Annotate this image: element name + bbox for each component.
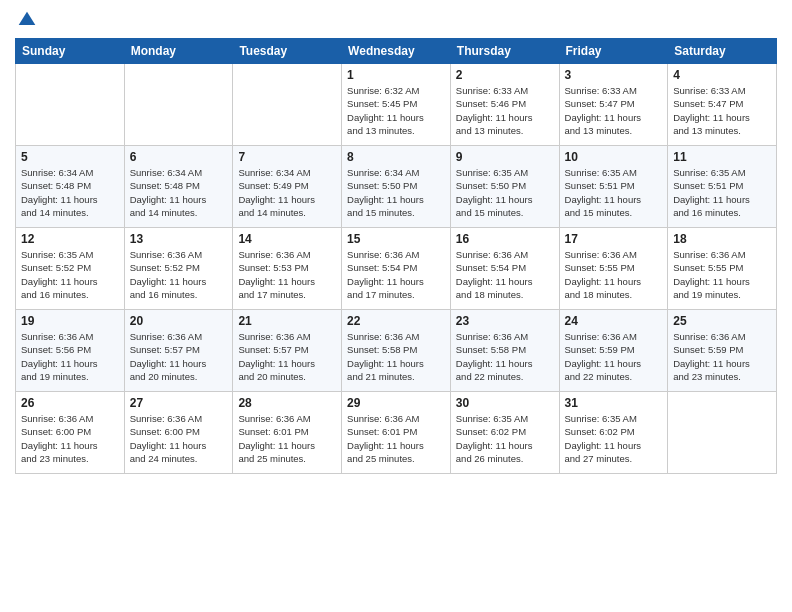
day-info: Sunrise: 6:36 AM Sunset: 5:59 PM Dayligh… [565,330,663,383]
calendar-cell: 21Sunrise: 6:36 AM Sunset: 5:57 PM Dayli… [233,310,342,392]
day-number: 11 [673,150,771,164]
day-number: 12 [21,232,119,246]
day-info: Sunrise: 6:33 AM Sunset: 5:47 PM Dayligh… [565,84,663,137]
day-number: 27 [130,396,228,410]
day-number: 9 [456,150,554,164]
calendar-cell: 1Sunrise: 6:32 AM Sunset: 5:45 PM Daylig… [342,64,451,146]
calendar-cell [124,64,233,146]
calendar-cell [668,392,777,474]
logo [15,10,37,30]
day-number: 16 [456,232,554,246]
calendar-cell: 19Sunrise: 6:36 AM Sunset: 5:56 PM Dayli… [16,310,125,392]
day-number: 7 [238,150,336,164]
weekday-header: Tuesday [233,39,342,64]
header [15,10,777,30]
day-number: 23 [456,314,554,328]
day-number: 28 [238,396,336,410]
day-info: Sunrise: 6:35 AM Sunset: 5:51 PM Dayligh… [673,166,771,219]
calendar-cell: 28Sunrise: 6:36 AM Sunset: 6:01 PM Dayli… [233,392,342,474]
day-info: Sunrise: 6:36 AM Sunset: 6:00 PM Dayligh… [130,412,228,465]
day-info: Sunrise: 6:34 AM Sunset: 5:50 PM Dayligh… [347,166,445,219]
calendar-cell: 9Sunrise: 6:35 AM Sunset: 5:50 PM Daylig… [450,146,559,228]
calendar-week-row: 1Sunrise: 6:32 AM Sunset: 5:45 PM Daylig… [16,64,777,146]
calendar-cell: 26Sunrise: 6:36 AM Sunset: 6:00 PM Dayli… [16,392,125,474]
weekday-header: Saturday [668,39,777,64]
day-info: Sunrise: 6:36 AM Sunset: 5:55 PM Dayligh… [565,248,663,301]
calendar-cell: 13Sunrise: 6:36 AM Sunset: 5:52 PM Dayli… [124,228,233,310]
calendar-cell: 6Sunrise: 6:34 AM Sunset: 5:48 PM Daylig… [124,146,233,228]
day-info: Sunrise: 6:36 AM Sunset: 6:01 PM Dayligh… [347,412,445,465]
day-number: 25 [673,314,771,328]
weekday-header: Wednesday [342,39,451,64]
calendar-cell: 15Sunrise: 6:36 AM Sunset: 5:54 PM Dayli… [342,228,451,310]
day-number: 3 [565,68,663,82]
day-number: 20 [130,314,228,328]
calendar-week-row: 19Sunrise: 6:36 AM Sunset: 5:56 PM Dayli… [16,310,777,392]
day-number: 29 [347,396,445,410]
day-number: 15 [347,232,445,246]
day-number: 14 [238,232,336,246]
day-info: Sunrise: 6:36 AM Sunset: 5:58 PM Dayligh… [347,330,445,383]
logo-icon [17,10,37,30]
day-info: Sunrise: 6:36 AM Sunset: 5:55 PM Dayligh… [673,248,771,301]
calendar-cell: 22Sunrise: 6:36 AM Sunset: 5:58 PM Dayli… [342,310,451,392]
day-number: 31 [565,396,663,410]
day-number: 6 [130,150,228,164]
day-number: 10 [565,150,663,164]
day-info: Sunrise: 6:36 AM Sunset: 5:53 PM Dayligh… [238,248,336,301]
day-number: 13 [130,232,228,246]
calendar-cell: 5Sunrise: 6:34 AM Sunset: 5:48 PM Daylig… [16,146,125,228]
day-number: 2 [456,68,554,82]
calendar-cell: 3Sunrise: 6:33 AM Sunset: 5:47 PM Daylig… [559,64,668,146]
day-info: Sunrise: 6:35 AM Sunset: 5:50 PM Dayligh… [456,166,554,219]
calendar-cell [16,64,125,146]
calendar-cell: 25Sunrise: 6:36 AM Sunset: 5:59 PM Dayli… [668,310,777,392]
logo-text [15,10,37,30]
day-info: Sunrise: 6:36 AM Sunset: 6:01 PM Dayligh… [238,412,336,465]
calendar-cell: 16Sunrise: 6:36 AM Sunset: 5:54 PM Dayli… [450,228,559,310]
day-number: 22 [347,314,445,328]
calendar-cell: 12Sunrise: 6:35 AM Sunset: 5:52 PM Dayli… [16,228,125,310]
calendar-cell: 20Sunrise: 6:36 AM Sunset: 5:57 PM Dayli… [124,310,233,392]
day-info: Sunrise: 6:36 AM Sunset: 5:57 PM Dayligh… [238,330,336,383]
day-number: 17 [565,232,663,246]
day-info: Sunrise: 6:35 AM Sunset: 5:51 PM Dayligh… [565,166,663,219]
calendar-cell: 31Sunrise: 6:35 AM Sunset: 6:02 PM Dayli… [559,392,668,474]
calendar-week-row: 12Sunrise: 6:35 AM Sunset: 5:52 PM Dayli… [16,228,777,310]
day-info: Sunrise: 6:34 AM Sunset: 5:48 PM Dayligh… [130,166,228,219]
calendar-cell: 10Sunrise: 6:35 AM Sunset: 5:51 PM Dayli… [559,146,668,228]
calendar-week-row: 5Sunrise: 6:34 AM Sunset: 5:48 PM Daylig… [16,146,777,228]
day-number: 26 [21,396,119,410]
page: SundayMondayTuesdayWednesdayThursdayFrid… [0,0,792,612]
calendar-cell: 8Sunrise: 6:34 AM Sunset: 5:50 PM Daylig… [342,146,451,228]
calendar-cell: 30Sunrise: 6:35 AM Sunset: 6:02 PM Dayli… [450,392,559,474]
day-number: 5 [21,150,119,164]
day-info: Sunrise: 6:36 AM Sunset: 5:56 PM Dayligh… [21,330,119,383]
day-number: 24 [565,314,663,328]
day-number: 4 [673,68,771,82]
day-number: 18 [673,232,771,246]
calendar-cell: 24Sunrise: 6:36 AM Sunset: 5:59 PM Dayli… [559,310,668,392]
calendar-week-row: 26Sunrise: 6:36 AM Sunset: 6:00 PM Dayli… [16,392,777,474]
calendar-cell: 11Sunrise: 6:35 AM Sunset: 5:51 PM Dayli… [668,146,777,228]
calendar-cell: 4Sunrise: 6:33 AM Sunset: 5:47 PM Daylig… [668,64,777,146]
calendar-cell: 14Sunrise: 6:36 AM Sunset: 5:53 PM Dayli… [233,228,342,310]
svg-marker-0 [19,12,36,25]
day-info: Sunrise: 6:36 AM Sunset: 5:54 PM Dayligh… [347,248,445,301]
day-info: Sunrise: 6:36 AM Sunset: 5:54 PM Dayligh… [456,248,554,301]
calendar-cell: 18Sunrise: 6:36 AM Sunset: 5:55 PM Dayli… [668,228,777,310]
day-info: Sunrise: 6:36 AM Sunset: 6:00 PM Dayligh… [21,412,119,465]
calendar-cell: 23Sunrise: 6:36 AM Sunset: 5:58 PM Dayli… [450,310,559,392]
day-info: Sunrise: 6:34 AM Sunset: 5:49 PM Dayligh… [238,166,336,219]
weekday-header: Sunday [16,39,125,64]
day-info: Sunrise: 6:35 AM Sunset: 5:52 PM Dayligh… [21,248,119,301]
calendar-cell: 17Sunrise: 6:36 AM Sunset: 5:55 PM Dayli… [559,228,668,310]
day-info: Sunrise: 6:34 AM Sunset: 5:48 PM Dayligh… [21,166,119,219]
day-info: Sunrise: 6:33 AM Sunset: 5:47 PM Dayligh… [673,84,771,137]
calendar-table: SundayMondayTuesdayWednesdayThursdayFrid… [15,38,777,474]
weekday-header: Monday [124,39,233,64]
calendar-cell: 7Sunrise: 6:34 AM Sunset: 5:49 PM Daylig… [233,146,342,228]
day-number: 19 [21,314,119,328]
day-info: Sunrise: 6:36 AM Sunset: 5:59 PM Dayligh… [673,330,771,383]
calendar-cell [233,64,342,146]
